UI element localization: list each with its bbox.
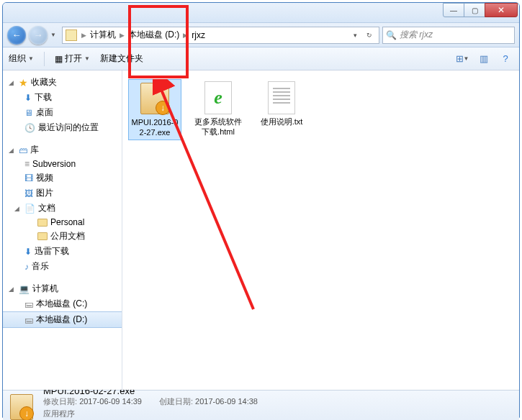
open-icon: ▦ [55, 54, 63, 64]
computer-icon: 💻 [19, 284, 30, 294]
collapse-icon[interactable]: ◢ [9, 286, 16, 293]
close-button[interactable]: ✕ [485, 3, 518, 17]
sidebar-libraries[interactable]: ◢ 🗃 库 [3, 142, 122, 158]
titlebar: — ▢ ✕ [3, 3, 519, 23]
chevron-right-icon[interactable]: ▶ [80, 32, 88, 39]
sidebar-pictures[interactable]: 🖼 图片 [3, 186, 122, 201]
sidebar-personal[interactable]: Personal [3, 216, 122, 229]
sidebar-favorites[interactable]: ◢ ★ 收藏夹 [3, 75, 122, 90]
picture-icon: 🖼 [24, 188, 33, 198]
folder-icon [37, 232, 48, 240]
chevron-down-icon: ▼ [28, 55, 34, 62]
folder-icon [37, 219, 48, 227]
chevron-right-icon[interactable]: ▶ [118, 32, 126, 39]
crumb-computer[interactable]: 计算机 [88, 29, 118, 41]
status-bar: MPUI.2016-02-27.exe 修改日期: 2017-06-09 14:… [3, 390, 519, 420]
minimize-button[interactable]: — [443, 3, 464, 17]
disk-icon: 🖴 [24, 299, 33, 309]
explorer-window: — ▢ ✕ ← → ▼ ▶ 计算机 ▶ 本地磁盘 (D:) ▶ rjxz ▾ ↻… [2, 2, 520, 418]
txt-icon [264, 81, 299, 115]
desktop-icon: 🖥 [24, 108, 33, 118]
help-button[interactable]: ? [498, 52, 513, 66]
open-button[interactable]: ▦ 打开 ▼ [55, 52, 90, 65]
maximize-button[interactable]: ▢ [464, 3, 485, 17]
organize-button[interactable]: 组织 ▼ [9, 52, 34, 65]
exe-icon [138, 81, 172, 116]
sidebar-xunlei[interactable]: ⬇ 迅雷下载 [3, 244, 122, 259]
status-modified: 2017-06-09 14:39 [79, 397, 142, 406]
history-dropdown[interactable]: ▼ [50, 32, 59, 38]
music-icon: ♪ [24, 262, 29, 272]
refresh-button[interactable]: ↻ [363, 29, 376, 42]
sidebar-downloads[interactable]: ⬇ 下载 [3, 90, 122, 105]
download-icon: ⬇ [24, 93, 32, 103]
new-folder-button[interactable]: 新建文件夹 [100, 52, 143, 65]
disk-icon: 🖴 [24, 315, 33, 325]
address-dropdown[interactable]: ▾ [348, 29, 361, 42]
search-box[interactable]: 🔍 搜索 rjxz [382, 27, 515, 44]
toolbar: 组织 ▼ ▦ 打开 ▼ 新建文件夹 ⊞ ▼ ▥ ? [3, 47, 519, 70]
sidebar-computer[interactable]: ◢ 💻 计算机 [3, 281, 122, 296]
sidebar: ◢ ★ 收藏夹 ⬇ 下载 🖥 桌面 🕓 最近访问的位置 [3, 70, 122, 390]
view-button[interactable]: ⊞ ▼ [454, 52, 470, 66]
address-bar[interactable]: ▶ 计算机 ▶ 本地磁盘 (D:) ▶ rjxz ▾ ↻ [62, 27, 379, 44]
subversion-icon: ≡ [24, 159, 30, 169]
file-list[interactable]: MPUI.2016-02-27.exe 更多系统软件下载.html 使用说明.t… [122, 70, 519, 390]
file-more-html[interactable]: 更多系统软件下载.html [192, 79, 245, 139]
status-type: 应用程序 [43, 409, 75, 418]
sidebar-disk-d[interactable]: 🖴 本地磁盘 (D:) [3, 311, 122, 328]
sidebar-recent[interactable]: 🕓 最近访问的位置 [3, 120, 122, 135]
nav-bar: ← → ▼ ▶ 计算机 ▶ 本地磁盘 (D:) ▶ rjxz ▾ ↻ 🔍 搜索 … [3, 23, 519, 47]
library-icon: 🗃 [19, 145, 27, 155]
folder-icon [66, 29, 77, 41]
document-icon: 📄 [24, 204, 35, 214]
preview-pane-button[interactable]: ▥ [476, 52, 492, 66]
status-created: 2017-06-09 14:38 [195, 397, 258, 406]
xunlei-icon: ⬇ [24, 247, 32, 257]
sidebar-documents[interactable]: ◢ 📄 文档 [3, 201, 122, 216]
collapse-icon[interactable]: ◢ [9, 147, 16, 154]
sidebar-subversion[interactable]: ≡ Subversion [3, 158, 122, 170]
separator [44, 52, 45, 66]
sidebar-publicdocs[interactable]: 公用文档 [3, 229, 122, 244]
forward-button[interactable]: → [29, 26, 48, 45]
collapse-icon[interactable]: ◢ [9, 79, 16, 86]
status-file-icon [10, 394, 36, 421]
body: ◢ ★ 收藏夹 ⬇ 下载 🖥 桌面 🕓 最近访问的位置 [3, 70, 519, 390]
search-placeholder: 搜索 rjxz [400, 29, 433, 41]
file-readme-txt[interactable]: 使用说明.txt [255, 79, 308, 129]
crumb-rjxz[interactable]: rjxz [189, 30, 207, 40]
crumb-disk-d[interactable]: 本地磁盘 (D:) [126, 29, 181, 41]
search-icon: 🔍 [386, 30, 397, 40]
file-mpui-exe[interactable]: MPUI.2016-02-27.exe [128, 79, 181, 140]
video-icon: 🎞 [24, 173, 33, 183]
chevron-down-icon: ▼ [84, 55, 90, 62]
sidebar-disk-c[interactable]: 🖴 本地磁盘 (C:) [3, 296, 122, 311]
recent-icon: 🕓 [24, 123, 35, 133]
sidebar-desktop[interactable]: 🖥 桌面 [3, 105, 122, 120]
html-icon [201, 81, 235, 115]
back-button[interactable]: ← [7, 26, 26, 45]
sidebar-videos[interactable]: 🎞 视频 [3, 170, 122, 186]
chevron-right-icon[interactable]: ▶ [181, 32, 189, 39]
collapse-icon[interactable]: ◢ [14, 205, 22, 212]
star-icon: ★ [19, 77, 28, 88]
window-controls: — ▢ ✕ [444, 3, 518, 17]
sidebar-music[interactable]: ♪ 音乐 [3, 259, 122, 274]
